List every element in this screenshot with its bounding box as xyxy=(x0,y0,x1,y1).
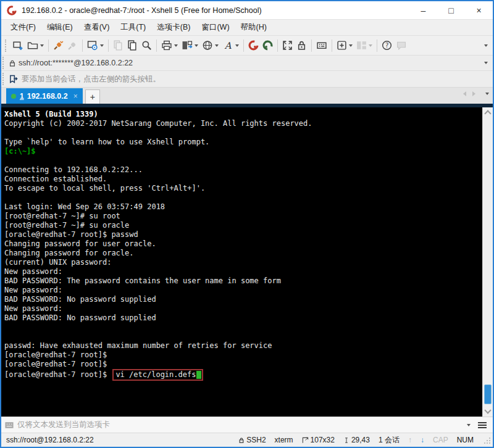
quick-command-bar: 仅将文本发送到当前选项卡 xyxy=(1,417,493,433)
connect-button[interactable] xyxy=(51,38,65,54)
terminal-line: BAD PASSWORD: The password contains the … xyxy=(4,276,482,286)
terminal-line: [c:\~]$ xyxy=(4,147,482,156)
fullscreen-button[interactable] xyxy=(280,38,295,54)
terminal-line xyxy=(4,156,482,165)
toolbar-grip[interactable] xyxy=(5,39,8,52)
upload-arrow-icon: ↑ xyxy=(408,436,412,444)
xshell-button[interactable] xyxy=(246,38,261,54)
xshell-icon xyxy=(248,40,259,51)
address-lock-icon xyxy=(9,59,16,67)
svg-text:?: ? xyxy=(385,42,388,49)
open-folder-icon xyxy=(27,40,38,51)
menu-item-5[interactable]: 窗口(W) xyxy=(196,20,235,35)
window-resize-grip[interactable] xyxy=(483,436,490,444)
new-terminal-tab-button[interactable] xyxy=(335,38,354,54)
new-session-icon xyxy=(13,40,23,51)
menu-item-1[interactable]: 编辑(E) xyxy=(41,20,78,35)
terminal-line: Copyright (c) 2002-2017 NetSarang Comput… xyxy=(4,119,482,128)
tab-scroll-left-icon[interactable] xyxy=(463,91,466,96)
tab-bar: 1 192.168.0.2 × + xyxy=(1,87,493,104)
layout-button[interactable] xyxy=(180,38,200,54)
scrollbar-thumb[interactable] xyxy=(484,384,492,404)
terminal-line: Type `help' to learn how to use Xshell p… xyxy=(4,138,482,147)
scrollbar-down-icon[interactable] xyxy=(484,407,491,413)
open-sessions-button[interactable] xyxy=(25,38,46,54)
terminal-cursor xyxy=(196,371,201,379)
tab-list-caret[interactable] xyxy=(485,93,489,95)
toolbar: A ? xyxy=(1,35,493,55)
help-button[interactable]: ? xyxy=(380,38,394,54)
xftp-button[interactable] xyxy=(261,38,275,54)
terminal-line: [root@redhat-7 ~]# su oracle xyxy=(4,221,482,230)
web-browser-button[interactable] xyxy=(200,38,220,54)
address-dropdown-caret[interactable] xyxy=(484,62,488,64)
terminal-line: [oracle@redhat-7 root]$ xyxy=(4,360,482,369)
maximize-button[interactable]: □ xyxy=(437,1,465,19)
quickbar-menu-icon[interactable] xyxy=(478,422,487,428)
lock-screen-button[interactable] xyxy=(295,38,309,54)
menu-item-3[interactable]: 工具(T) xyxy=(115,20,151,35)
terminal-line: passwd: Have exhausted maximum number of… xyxy=(4,341,482,351)
resize-icon xyxy=(302,437,309,444)
quick-command-input[interactable]: 仅将文本发送到当前选项卡 xyxy=(17,420,465,430)
status-cursor-position: 29,43 xyxy=(343,436,370,444)
find-button[interactable] xyxy=(140,38,154,54)
address-url[interactable]: ssh://root:*******@192.168.0.2:22 xyxy=(19,59,482,67)
menu-item-4[interactable]: 选项卡(B) xyxy=(151,20,196,35)
new-tab-icon xyxy=(337,40,347,51)
print-button[interactable] xyxy=(159,38,180,54)
menu-item-2[interactable]: 查看(V) xyxy=(78,20,115,35)
terminal-output[interactable]: Xshell 5 (Build 1339)Copyright (c) 2002-… xyxy=(1,107,482,417)
scrollbar-up-icon[interactable] xyxy=(484,110,491,117)
session-properties-button[interactable] xyxy=(85,38,106,54)
minimize-button[interactable]: – xyxy=(409,1,437,19)
window-title: 192.168.0.2 - oracle@redhat-7:/root - Xs… xyxy=(22,6,409,15)
info-bar-grip[interactable] xyxy=(2,73,6,85)
terminal-line: BAD PASSWORD: No password supplied xyxy=(4,313,482,323)
tab-active-192-168-0-2[interactable]: 1 192.168.0.2 × xyxy=(6,88,83,104)
xftp-icon xyxy=(262,40,273,51)
status-num-lock: NUM xyxy=(457,436,474,444)
connect-plug-icon xyxy=(53,40,64,51)
status-bar: ssh://root@192.168.0.2:22 SSH2 xterm 107… xyxy=(1,433,493,447)
terminal-command-text: vi /etc/login.defs xyxy=(115,370,196,379)
copy-icon xyxy=(113,40,124,51)
cursor-position-icon xyxy=(343,437,350,444)
tab-scroll-right-icon[interactable] xyxy=(472,91,475,96)
close-button[interactable]: × xyxy=(465,1,493,19)
terminal-line: Changing password for oracle. xyxy=(4,249,482,258)
terminal-line: Connection established. xyxy=(4,175,482,184)
new-session-button[interactable] xyxy=(11,38,25,54)
disconnect-button xyxy=(65,38,80,54)
terminal-area: Xshell 5 (Build 1339)Copyright (c) 2002-… xyxy=(1,107,493,417)
tab-close-icon[interactable]: × xyxy=(73,92,78,101)
numeric-keypad-button[interactable] xyxy=(314,38,329,54)
new-tab-button[interactable]: + xyxy=(85,89,100,104)
terminal-line xyxy=(4,332,482,341)
fullscreen-icon xyxy=(282,40,293,51)
add-session-arrow-icon[interactable] xyxy=(9,75,18,84)
terminal-prompt: [oracle@redhat-7 root]$ xyxy=(4,370,111,379)
disconnect-plug-icon xyxy=(67,40,78,51)
font-button[interactable]: A xyxy=(220,38,241,54)
status-terminal-type: xterm xyxy=(275,436,293,444)
highlighted-command-box: vi /etc/login.defs xyxy=(112,369,203,381)
terminal-scrollbar[interactable] xyxy=(482,107,493,417)
status-terminal-size: 107x32 xyxy=(302,436,335,444)
menu-item-0[interactable]: 文件(F) xyxy=(5,20,41,35)
address-bar-grip[interactable] xyxy=(2,57,6,69)
quickbar-history-caret[interactable] xyxy=(467,424,471,426)
menu-item-6[interactable]: 帮助(H) xyxy=(235,20,272,35)
session-info-bar: 要添加当前会话，点击左侧的箭头按钮。 xyxy=(1,70,493,87)
paste-button[interactable] xyxy=(125,38,140,54)
terminal-line: [oracle@redhat-7 root]$ passwd xyxy=(4,230,482,239)
svg-text:A: A xyxy=(224,40,232,51)
status-lock-icon xyxy=(238,437,245,444)
tile-icon xyxy=(356,40,367,51)
terminal-line: Connecting to 192.168.0.2:22... xyxy=(4,165,482,175)
terminal-line: (current) UNIX password: xyxy=(4,258,482,267)
terminal-line: [root@redhat-7 ~]# su root xyxy=(4,212,482,221)
download-arrow-icon: ↓ xyxy=(421,436,424,444)
toolbar-overflow-caret[interactable] xyxy=(484,44,488,47)
status-caps-lock: CAP xyxy=(433,436,448,444)
